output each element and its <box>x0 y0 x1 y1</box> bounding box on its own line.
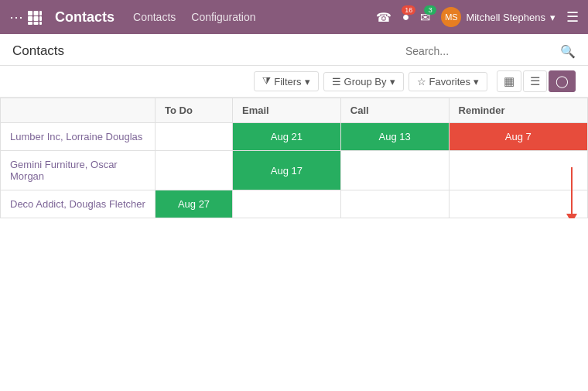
user-menu[interactable]: MS Mitchell Stephens ▾ <box>441 7 556 27</box>
todo-cell[interactable] <box>156 123 233 151</box>
svg-rect-1 <box>34 11 39 15</box>
email-cell[interactable]: Aug 21 <box>233 123 341 151</box>
call-cell[interactable]: Aug 13 <box>340 123 449 151</box>
col-header-todo: To Do <box>156 98 233 123</box>
toolbar: ⧩ Filters ▾ ☰ Group By ▾ ☆ Favorites ▾ ▦… <box>0 66 588 98</box>
filters-button[interactable]: ⧩ Filters ▾ <box>254 71 318 91</box>
list-view-button[interactable]: ☰ <box>523 70 547 92</box>
nav-contacts[interactable]: Contacts <box>133 11 176 23</box>
nav-links: Contacts Configuration <box>133 11 364 23</box>
contacts-table: To Do Email Call Reminder Lumber Inc, Lo… <box>0 98 588 218</box>
hamburger-icon[interactable]: ☰ <box>566 9 579 26</box>
user-avatar: MS <box>441 7 461 27</box>
contact-link[interactable]: Deco Addict, Douglas Fletcher <box>10 198 145 210</box>
svg-rect-6 <box>28 22 32 25</box>
filters-label: Filters <box>274 76 301 87</box>
user-name: Mitchell Stephens <box>466 12 545 23</box>
table-row: Deco Addict, Douglas Fletcher Aug 27 <box>1 190 588 218</box>
svg-rect-4 <box>34 16 39 21</box>
group-by-dropdown-icon: ▾ <box>390 76 395 87</box>
call-cell[interactable] <box>340 190 449 218</box>
table-row: Lumber Inc, Lorraine Douglas Aug 21 Aug … <box>1 123 588 151</box>
reminder-cell[interactable] <box>449 151 587 190</box>
filter-icon: ⧩ <box>262 75 271 87</box>
grid-icon[interactable]: ⋯ <box>9 9 43 26</box>
svg-rect-5 <box>39 16 42 21</box>
activity-icon[interactable]: ● 16 <box>402 10 410 24</box>
group-icon: ☰ <box>332 76 341 87</box>
message-badge: 3 <box>424 5 436 15</box>
favorites-label: Favorites <box>429 76 470 87</box>
reminder-cell[interactable]: Aug 7 <box>449 123 587 151</box>
star-icon: ☆ <box>417 76 426 87</box>
nav-configuration[interactable]: Configuration <box>191 11 255 23</box>
view-icons: ▦ ☰ ◯ <box>497 70 576 92</box>
app-title: Contacts <box>55 9 115 26</box>
group-by-button[interactable]: ☰ Group By ▾ <box>323 72 404 91</box>
col-header-email: Email <box>233 98 341 123</box>
search-input[interactable] <box>401 42 556 60</box>
activity-badge: 16 <box>402 5 415 15</box>
table-container: To Do Email Call Reminder Lumber Inc, Lo… <box>0 98 588 218</box>
message-icon[interactable]: ✉ 3 <box>420 10 430 25</box>
nav-icons: ☎ ● 16 ✉ 3 MS Mitchell Stephens ▾ ☰ <box>376 7 579 27</box>
contact-link[interactable]: Lumber Inc, Lorraine Douglas <box>10 131 142 142</box>
search-icon[interactable]: 🔍 <box>560 44 576 59</box>
col-header-reminder: Reminder <box>449 98 587 123</box>
group-by-label: Group By <box>344 76 387 87</box>
svg-rect-2 <box>39 11 42 15</box>
col-header-contact <box>1 98 156 123</box>
reminder-cell[interactable] <box>449 190 587 218</box>
contact-link[interactable]: Gemini Furniture, Oscar Morgan <box>10 159 118 182</box>
kanban-view-button[interactable]: ▦ <box>497 70 521 92</box>
col-header-call: Call <box>340 98 449 123</box>
contact-name: Gemini Furniture, Oscar Morgan <box>1 151 156 190</box>
search-wrapper: 🔍 <box>401 42 576 60</box>
activity-view-button[interactable]: ◯ <box>549 70 576 92</box>
user-dropdown-icon: ▾ <box>550 12 556 23</box>
filters-dropdown-icon: ▾ <box>305 76 310 87</box>
page-title: Contacts <box>12 43 64 59</box>
contact-name: Deco Addict, Douglas Fletcher <box>1 190 156 218</box>
todo-cell[interactable] <box>156 151 233 190</box>
table-row: Gemini Furniture, Oscar Morgan Aug 17 <box>1 151 588 190</box>
user-initials: MS <box>445 12 458 22</box>
breadcrumb-bar: Contacts 🔍 <box>0 34 588 66</box>
svg-rect-3 <box>28 16 32 21</box>
svg-rect-8 <box>39 22 42 25</box>
favorites-dropdown-icon: ▾ <box>473 76 479 87</box>
call-cell[interactable] <box>340 151 449 190</box>
phone-icon[interactable]: ☎ <box>376 10 391 25</box>
top-navigation: ⋯ Contacts Contacts Configuration ☎ ● 16… <box>0 0 588 34</box>
favorites-button[interactable]: ☆ Favorites ▾ <box>409 72 487 91</box>
email-cell[interactable] <box>233 190 341 218</box>
svg-rect-7 <box>34 22 39 25</box>
todo-cell[interactable]: Aug 27 <box>156 190 233 218</box>
contact-name: Lumber Inc, Lorraine Douglas <box>1 123 156 151</box>
email-cell[interactable]: Aug 17 <box>233 151 341 190</box>
svg-rect-0 <box>28 11 32 15</box>
